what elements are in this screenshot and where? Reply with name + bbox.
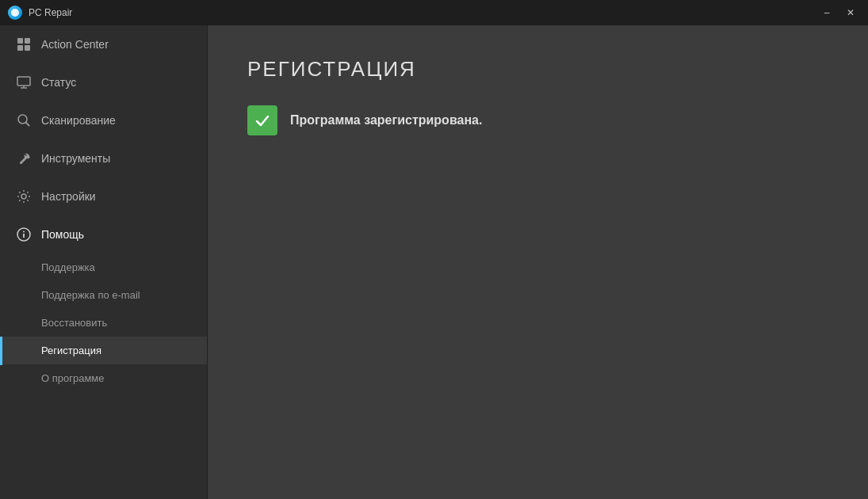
svg-rect-4: [17, 77, 30, 86]
app-icon: [8, 6, 22, 20]
subnav-label-about: О программе: [41, 372, 105, 384]
svg-point-9: [21, 194, 26, 199]
svg-rect-2: [17, 45, 23, 51]
svg-line-8: [26, 123, 30, 127]
info-icon: [16, 227, 32, 242]
registration-status-text: Программа зарегистрирована.: [290, 113, 482, 128]
registration-status: Программа зарегистрирована.: [247, 105, 828, 135]
svg-point-7: [18, 115, 27, 124]
subnav-label-restore: Восстановить: [41, 317, 107, 329]
sidebar-item-scan[interactable]: Сканирование: [0, 101, 207, 139]
grid-icon: [16, 36, 32, 52]
monitor-icon: [16, 74, 32, 90]
sidebar-item-status[interactable]: Статус: [0, 63, 207, 101]
wrench-icon: [16, 150, 32, 166]
sidebar-label-scan: Сканирование: [41, 114, 116, 127]
svg-point-12: [23, 231, 25, 233]
sidebar-subitem-support[interactable]: Поддержка: [0, 253, 207, 281]
close-button[interactable]: ✕: [839, 4, 862, 21]
subnav-label-support: Поддержка: [41, 261, 95, 273]
page-title: РЕГИСТРАЦИЯ: [247, 57, 828, 82]
subnav-label-email-support: Поддержка по e-mail: [41, 289, 140, 301]
sidebar-label-action-center: Action Center: [41, 38, 109, 51]
svg-rect-3: [25, 45, 30, 51]
titlebar-left: PC Repair: [8, 6, 72, 20]
svg-rect-1: [25, 38, 30, 44]
sidebar-subitem-restore[interactable]: Восстановить: [0, 309, 207, 337]
sidebar-item-action-center[interactable]: Action Center: [0, 25, 207, 63]
sidebar-subitem-about[interactable]: О программе: [0, 364, 207, 392]
sidebar-subitem-email-support[interactable]: Поддержка по e-mail: [0, 281, 207, 309]
sidebar-subitem-registration[interactable]: Регистрация: [0, 337, 207, 364]
sidebar-item-help[interactable]: Помощь: [0, 215, 207, 253]
sidebar: Action Center Статус Сканирование: [0, 25, 208, 499]
gear-icon: [16, 189, 32, 204]
checkmark-icon: [254, 112, 271, 129]
check-badge: [247, 105, 277, 135]
titlebar: PC Repair – ✕: [0, 0, 868, 25]
sidebar-label-tools: Инструменты: [41, 152, 110, 165]
titlebar-controls: – ✕: [816, 4, 862, 21]
sidebar-item-tools[interactable]: Инструменты: [0, 139, 207, 177]
sidebar-label-settings: Настройки: [41, 190, 96, 203]
content-area: РЕГИСТРАЦИЯ Программа зарегистрирована.: [208, 25, 868, 499]
main-layout: Action Center Статус Сканирование: [0, 25, 868, 499]
minimize-button[interactable]: –: [816, 4, 838, 21]
sidebar-label-status: Статус: [41, 76, 76, 89]
sidebar-item-settings[interactable]: Настройки: [0, 177, 207, 215]
sidebar-label-help: Помощь: [41, 228, 84, 241]
search-icon: [16, 112, 32, 128]
subnav-label-registration: Регистрация: [41, 345, 101, 356]
svg-rect-0: [17, 38, 23, 44]
app-title: PC Repair: [29, 7, 72, 18]
